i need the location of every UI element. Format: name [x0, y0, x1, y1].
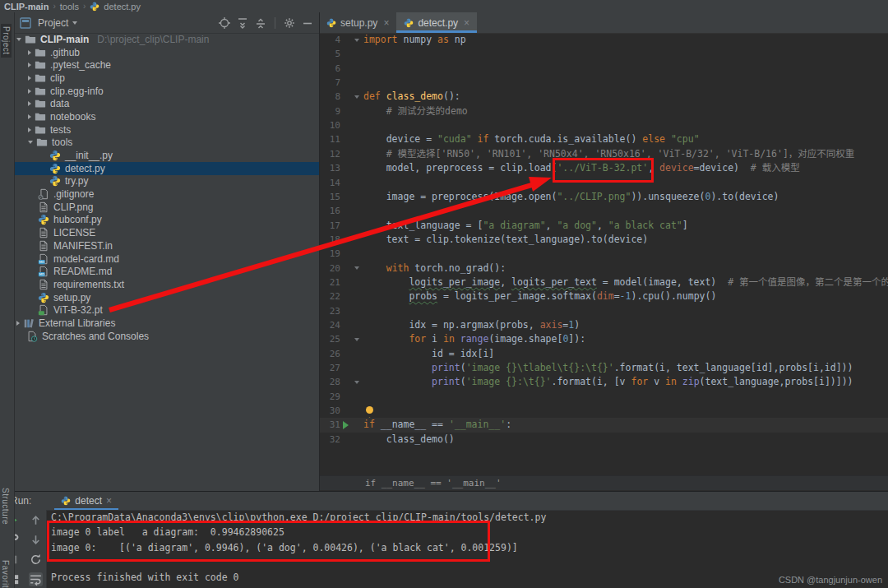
fold-marker-icon[interactable]: [354, 33, 361, 47]
code-line-9: # 测试分类的demo: [363, 104, 468, 118]
chevron-right-icon[interactable]: [28, 76, 31, 81]
fold-marker-icon[interactable]: [354, 90, 361, 104]
code-line-28: print('image {}:\t{}'.format(i, [v for v…: [363, 375, 853, 389]
softwrap-icon[interactable]: [29, 572, 43, 586]
tree-item-license[interactable]: LICENSE: [14, 226, 319, 239]
stripe-structure-button[interactable]: Structure: [1, 488, 10, 525]
tree-item-clip-egg-info[interactable]: clip.egg-info: [14, 85, 319, 98]
console-line: image 0 label a diagram: 0.99462890625: [51, 525, 546, 539]
rerun-icon[interactable]: [29, 553, 43, 567]
tree-item-external-libraries[interactable]: External Libraries: [14, 317, 319, 330]
line-number: 14: [319, 176, 340, 190]
folder-icon: [35, 59, 46, 71]
crosshair-icon[interactable]: [218, 16, 231, 30]
line-number: 10: [319, 118, 340, 132]
line-number: 5: [319, 47, 340, 61]
scratch-icon: [26, 331, 38, 342]
intention-bulb-icon[interactable]: [366, 406, 373, 414]
breadcrumb-file[interactable]: detect.py: [104, 2, 141, 12]
up-arrow-icon[interactable]: [29, 513, 43, 527]
chevron-right-icon[interactable]: [28, 63, 31, 67]
file-icon: [38, 227, 49, 238]
line-number: 30: [319, 404, 340, 418]
chevron-right-icon[interactable]: [28, 89, 31, 94]
stripe-project-button[interactable]: Project: [1, 24, 12, 58]
line-number: 20: [319, 262, 340, 275]
tree-item-clip-png[interactable]: CLIP.png: [14, 201, 319, 214]
file-icon: [38, 279, 49, 290]
breadcrumb-separator: ›: [83, 2, 86, 11]
line-number: 17: [319, 219, 340, 233]
project-panel-title[interactable]: Project: [38, 17, 68, 29]
minimize-icon[interactable]: [301, 16, 314, 30]
pt-icon: [38, 304, 49, 316]
tree-item-detect-py[interactable]: detect.py: [14, 162, 319, 175]
code-line-31: if __name__ == '__main__':: [363, 418, 511, 432]
tree-item-readme-md[interactable]: MDREADME.md: [14, 265, 319, 278]
tree-item-data[interactable]: data: [14, 97, 319, 110]
tree-item--pytest-cache[interactable]: .pytest_cache: [14, 58, 319, 72]
chevron-right-icon[interactable]: [28, 127, 31, 132]
editor-tab-detect-py[interactable]: detect.py×: [396, 12, 477, 33]
chevron-right-icon[interactable]: [28, 101, 31, 106]
chevron-down-icon[interactable]: [28, 141, 33, 144]
python-icon: [49, 163, 61, 174]
tree-item--github[interactable]: .github: [14, 46, 319, 59]
run-tab-label: detect: [75, 495, 102, 507]
close-icon[interactable]: ×: [464, 17, 469, 29]
editor-tab-setup-py[interactable]: setup.py×: [319, 12, 396, 33]
line-number: 25: [319, 332, 340, 346]
run-gutter-icon[interactable]: [343, 421, 349, 429]
tree-item--gitignore[interactable]: .gitignore: [14, 188, 319, 201]
fold-marker-icon[interactable]: [354, 332, 361, 346]
close-icon[interactable]: ×: [383, 17, 389, 29]
tree-item-tests[interactable]: tests: [14, 123, 319, 137]
tree-item-hubconf-py[interactable]: hubconf.py: [14, 214, 319, 227]
code-line-21: logits_per_image, logits_per_text = mode…: [363, 275, 888, 289]
run-tab-detect[interactable]: detect ×: [54, 492, 118, 510]
stripe-favorites-button[interactable]: Favorites: [1, 560, 10, 588]
breadcrumb-project[interactable]: CLIP-main: [4, 2, 49, 12]
tree-item-label: tests: [50, 124, 71, 136]
code-line-15: image = preprocess(Image.open("../CLIP.p…: [363, 190, 779, 204]
tree-item-try-py[interactable]: try.py: [14, 175, 319, 188]
line-number: 11: [319, 132, 340, 146]
tree-item--init-py[interactable]: __init__.py: [14, 149, 319, 162]
chevron-right-icon[interactable]: [28, 50, 31, 55]
chevron-down-icon[interactable]: [16, 38, 21, 41]
tree-item-manifest-in[interactable]: MANIFEST.in: [14, 239, 319, 252]
collapse-all-icon[interactable]: [254, 16, 267, 30]
line-number: 16: [319, 204, 340, 218]
expand-all-icon[interactable]: [236, 16, 249, 30]
tree-item-label: External Libraries: [39, 317, 115, 329]
close-icon[interactable]: ×: [106, 495, 112, 507]
tree-item-vit-b-32-pt[interactable]: ViT-B-32.pt: [14, 303, 319, 317]
fold-marker-icon[interactable]: [354, 262, 361, 275]
code-area[interactable]: 4import numpy as np5678def class_demo():…: [319, 33, 888, 461]
tree-item-scratches-and-consoles[interactable]: Scratches and Consoles: [14, 330, 319, 343]
line-number: 22: [319, 289, 340, 303]
tree-item-notebooks[interactable]: notebooks: [14, 110, 319, 123]
tree-item-clip[interactable]: clip: [14, 72, 319, 85]
code-line-12: # 模型选择['RN50', 'RN101', 'RN50x4', 'RN50x…: [363, 147, 854, 161]
tree-item-model-card-md[interactable]: MDmodel-card.md: [14, 252, 319, 266]
chevron-right-icon[interactable]: [28, 114, 31, 119]
chevron-down-icon[interactable]: [72, 21, 77, 25]
tree-item-label: CLIP-main: [40, 34, 89, 45]
breadcrumb-tools[interactable]: tools: [60, 2, 79, 12]
tree-item-requirements-txt[interactable]: requirements.txt: [14, 278, 319, 291]
chevron-right-icon[interactable]: [16, 321, 20, 326]
tree-item-path-hint: D:\project_clip\CLIP-main: [97, 34, 209, 45]
gear-icon[interactable]: [283, 16, 296, 30]
python-icon: [49, 175, 61, 187]
run-console[interactable]: C:\ProgramData\Anaconda3\envs\clip\pytho…: [51, 510, 546, 585]
tree-item-clip-main[interactable]: CLIP-mainD:\project_clip\CLIP-main: [14, 33, 319, 46]
tree-item-setup-py[interactable]: setup.py: [14, 291, 319, 304]
run-panel: Run: detect × C:\ProgramData\Anaconda3\e…: [0, 491, 888, 588]
line-number: 31: [319, 418, 340, 432]
line-number: 29: [319, 390, 340, 404]
fold-marker-icon[interactable]: [354, 375, 361, 389]
down-arrow-icon[interactable]: [29, 533, 43, 547]
line-number: 7: [319, 76, 340, 90]
tree-item-tools[interactable]: tools: [14, 137, 319, 150]
